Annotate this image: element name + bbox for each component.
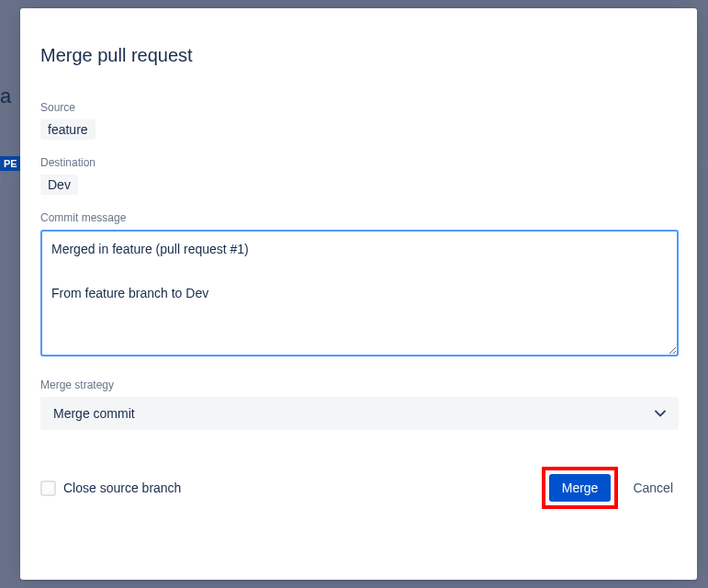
- backdrop-text: a: [0, 85, 11, 108]
- merge-pull-request-modal: Merge pull request Source feature Destin…: [20, 8, 697, 580]
- close-source-branch-checkbox[interactable]: [40, 481, 56, 496]
- destination-label: Destination: [40, 156, 679, 169]
- chevron-down-icon: [655, 410, 666, 417]
- modal-title: Merge pull request: [40, 45, 679, 66]
- close-source-branch-option[interactable]: Close source branch: [40, 481, 181, 496]
- merge-strategy-value: Merge commit: [53, 406, 135, 421]
- close-source-branch-label: Close source branch: [63, 481, 181, 495]
- backdrop-text: La: [0, 175, 12, 187]
- backdrop-badge: PE: [0, 156, 21, 171]
- backdrop-text: e: [702, 156, 708, 169]
- cancel-button[interactable]: Cancel: [627, 474, 679, 502]
- destination-branch-tag: Dev: [40, 175, 78, 195]
- source-label: Source: [40, 101, 679, 114]
- merge-button-highlight: Merge: [542, 467, 619, 509]
- merge-button[interactable]: Merge: [549, 474, 612, 502]
- commit-message-input[interactable]: [40, 230, 679, 356]
- merge-strategy-label: Merge strategy: [40, 379, 679, 391]
- commit-message-label: Commit message: [40, 211, 679, 224]
- source-branch-tag: feature: [40, 119, 96, 140]
- merge-strategy-select[interactable]: Merge commit: [40, 397, 679, 430]
